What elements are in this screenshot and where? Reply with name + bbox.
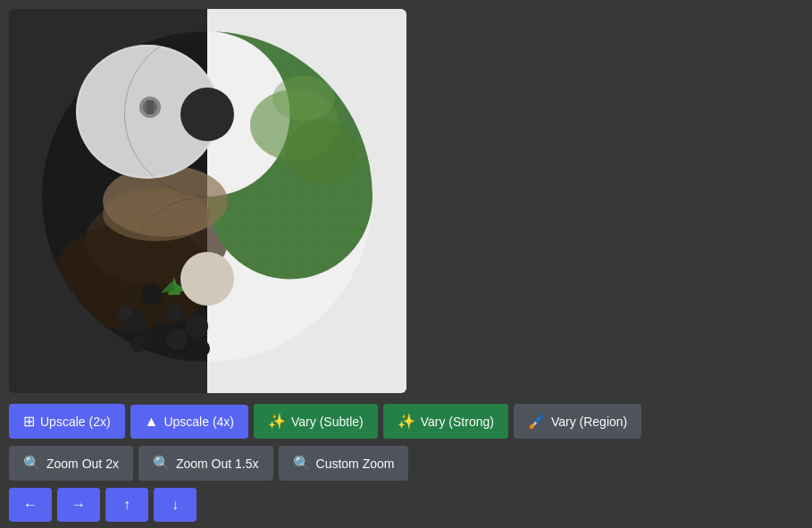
arrow-right-button[interactable]: → [57,488,100,522]
arrow-down-icon: ↓ [172,497,179,513]
custom-zoom-label: Custom Zoom [316,457,395,471]
svg-point-35 [272,76,335,121]
vary-region-label: Vary (Region) [551,415,627,429]
zoom-out-2x-button[interactable]: 🔍 Zoom Out 2x [9,446,133,481]
custom-zoom-icon: 🔍 [293,455,311,472]
upscale-4x-label: Upscale (4x) [163,415,234,429]
arrow-right-icon: → [71,497,86,513]
arrow-left-button[interactable]: ← [9,488,52,522]
controls-area: ⊞ Upscale (2x) ▲ Upscale (4x) ✨ Vary (Su… [9,404,777,522]
vary-subtle-label: Vary (Subtle) [291,415,364,429]
svg-point-15 [130,336,146,352]
svg-point-29 [180,252,234,306]
arrow-up-icon: ↑ [123,497,130,513]
button-row-3: ← → ↑ ↓ [9,488,777,522]
vary-subtle-icon: ✨ [268,413,286,430]
main-container: ⊞ Upscale (2x) ▲ Upscale (4x) ✨ Vary (Su… [9,9,803,519]
svg-rect-28 [146,100,154,114]
zoom-out-1-5x-button[interactable]: 🔍 Zoom Out 1.5x [138,446,273,481]
vary-strong-label: Vary (Strong) [421,415,494,429]
svg-point-17 [192,339,210,357]
svg-point-10 [165,304,183,322]
svg-point-34 [286,121,357,183]
vary-strong-button[interactable]: ✨ Vary (Strong) [383,404,508,439]
button-row-2: 🔍 Zoom Out 2x 🔍 Zoom Out 1.5x 🔍 Custom Z… [9,446,777,481]
generated-image [9,9,406,393]
button-row-1: ⊞ Upscale (2x) ▲ Upscale (4x) ✨ Vary (Su… [9,404,777,439]
arrow-left-icon: ← [23,497,38,513]
vary-strong-icon: ✨ [398,413,415,430]
svg-point-30 [180,88,234,141]
upscale-2x-button[interactable]: ⊞ Upscale (2x) [9,404,125,439]
upscale-2x-label: Upscale (2x) [40,415,111,429]
zoom-out-1-5x-label: Zoom Out 1.5x [176,457,259,471]
vary-region-icon: 🖌️ [528,413,546,430]
zoom-out-2x-icon: 🔍 [23,455,41,472]
upscale-2x-icon: ⊞ [23,413,35,430]
custom-zoom-button[interactable]: 🔍 Custom Zoom [279,446,409,481]
zoom-out-1-5x-icon: 🔍 [153,455,171,472]
svg-point-14 [185,314,208,338]
upscale-4x-button[interactable]: ▲ Upscale (4x) [130,405,248,439]
zoom-out-2x-label: Zoom Out 2x [46,457,119,471]
arrow-up-button[interactable]: ↑ [105,488,148,522]
svg-point-9 [141,284,163,306]
vary-subtle-button[interactable]: ✨ Vary (Subtle) [254,404,378,439]
upscale-4x-icon: ▲ [145,414,159,430]
arrow-down-button[interactable]: ↓ [154,488,197,522]
svg-point-16 [166,329,188,350]
vary-region-button[interactable]: 🖌️ Vary (Region) [514,404,641,439]
